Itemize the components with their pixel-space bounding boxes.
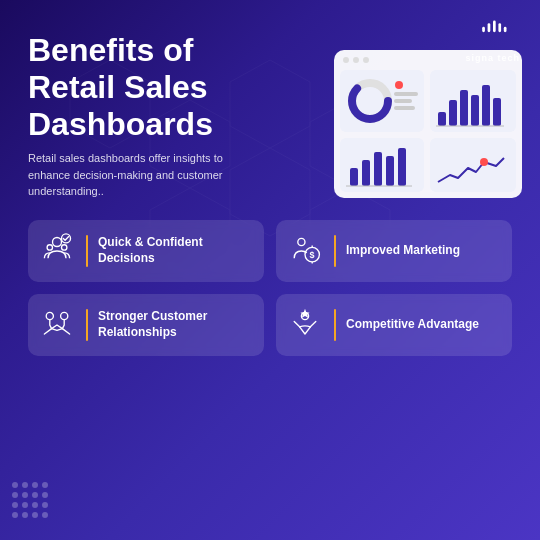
svg-point-61 [298, 238, 305, 245]
svg-text:$: $ [310, 250, 315, 260]
svg-rect-51 [374, 152, 382, 186]
svg-rect-27 [482, 27, 485, 32]
svg-point-66 [46, 312, 53, 319]
benefit-card-competitive-advantage: Competitive Advantage [276, 294, 512, 356]
svg-rect-24 [487, 23, 490, 32]
benefit-divider-3 [86, 309, 88, 341]
svg-point-8 [12, 482, 18, 488]
svg-rect-55 [430, 138, 516, 192]
main-title: Benefits ofRetail SalesDashboards [28, 32, 288, 142]
svg-rect-46 [493, 98, 501, 126]
svg-point-17 [22, 502, 28, 508]
decisions-icon [38, 232, 76, 270]
svg-rect-41 [438, 112, 446, 126]
svg-rect-50 [362, 160, 370, 186]
svg-rect-38 [394, 99, 412, 103]
benefit-label-relationships: Stronger Customer Relationships [98, 309, 254, 340]
benefit-card-quick-decisions: Quick & Confident Decisions [28, 220, 264, 282]
svg-point-10 [32, 482, 38, 488]
svg-point-15 [42, 492, 48, 498]
svg-point-13 [22, 492, 28, 498]
svg-point-22 [32, 512, 38, 518]
benefit-label-marketing: Improved Marketing [346, 243, 460, 259]
marketing-icon: $ [286, 232, 324, 270]
benefit-label-quick-decisions: Quick & Confident Decisions [98, 235, 254, 266]
dashboard-illustration [334, 40, 522, 200]
svg-point-18 [32, 502, 38, 508]
benefit-divider-1 [86, 235, 88, 267]
benefit-card-relationships: Stronger Customer Relationships [28, 294, 264, 356]
benefit-label-advantage: Competitive Advantage [346, 317, 479, 333]
benefit-divider-2 [334, 235, 336, 267]
svg-point-58 [47, 245, 52, 250]
svg-rect-39 [394, 106, 415, 110]
svg-point-56 [480, 158, 488, 166]
svg-rect-52 [386, 156, 394, 186]
svg-point-30 [343, 57, 349, 63]
svg-point-31 [353, 57, 359, 63]
svg-rect-49 [350, 168, 358, 186]
svg-rect-53 [398, 148, 406, 186]
svg-point-12 [12, 492, 18, 498]
svg-point-9 [22, 482, 28, 488]
relationships-icon [38, 306, 76, 344]
svg-point-32 [363, 57, 369, 63]
benefit-card-improved-marketing: $ Improved Marketing [276, 220, 512, 282]
svg-rect-44 [471, 95, 479, 126]
svg-rect-26 [498, 23, 501, 32]
svg-point-36 [395, 81, 403, 89]
svg-point-21 [22, 512, 28, 518]
subtitle: Retail sales dashboards offer insights t… [28, 150, 258, 200]
svg-point-19 [42, 502, 48, 508]
svg-point-14 [32, 492, 38, 498]
svg-rect-45 [482, 85, 490, 126]
svg-point-59 [62, 245, 67, 250]
svg-point-23 [42, 512, 48, 518]
svg-rect-37 [394, 92, 418, 96]
advantage-icon [286, 306, 324, 344]
svg-rect-28 [504, 27, 507, 32]
svg-rect-25 [493, 21, 496, 33]
svg-point-57 [53, 237, 62, 246]
benefit-divider-4 [334, 309, 336, 341]
svg-point-67 [61, 312, 68, 319]
main-container: signa tech [0, 0, 540, 540]
svg-rect-43 [460, 90, 468, 126]
benefits-grid: Quick & Confident Decisions $ Improved M… [28, 220, 512, 356]
svg-point-20 [12, 512, 18, 518]
svg-point-11 [42, 482, 48, 488]
svg-point-16 [12, 502, 18, 508]
svg-rect-42 [449, 100, 457, 126]
dots-decoration [10, 480, 70, 530]
